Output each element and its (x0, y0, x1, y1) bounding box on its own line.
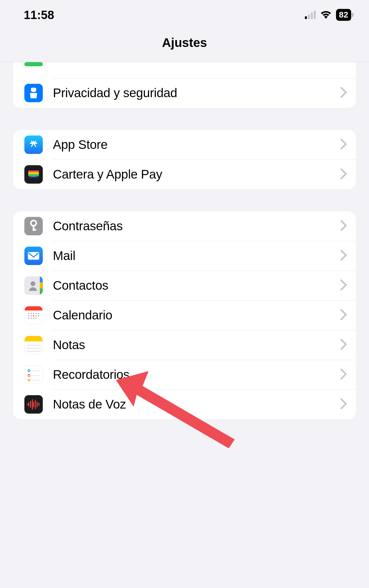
settings-row-appstore[interactable]: App Store (13, 130, 356, 160)
chevron-right-icon (340, 280, 347, 291)
settings-row-contacts[interactable]: Contactos (13, 271, 356, 300)
svg-rect-7 (28, 252, 39, 260)
status-bar: 11:58 82 (0, 0, 369, 27)
passwords-icon (24, 217, 43, 235)
row-label: Notas de Voz (53, 397, 340, 412)
privacy-icon (24, 84, 43, 102)
chevron-right-icon (340, 168, 347, 180)
row-label: Mail (53, 249, 340, 263)
chevron-right-icon (340, 139, 347, 151)
row-label: App Store (53, 138, 340, 152)
settings-row-mail[interactable]: Mail (13, 241, 356, 271)
battery-icon (24, 62, 43, 66)
settings-row-reminders[interactable]: Recordatorios (13, 360, 356, 390)
row-label: Contraseñas (53, 219, 340, 233)
chevron-right-icon (340, 339, 347, 351)
settings-row-voicememos[interactable]: Notas de Voz (13, 390, 356, 419)
row-label: Contactos (53, 278, 340, 293)
settings-row-wallet[interactable]: Cartera y Apple Pay (13, 160, 356, 189)
wallet-icon (24, 165, 43, 184)
voicememos-icon (24, 395, 43, 414)
row-label: Notas (53, 338, 340, 352)
mail-icon (24, 247, 43, 265)
settings-row-battery[interactable] (13, 62, 356, 78)
chevron-right-icon (340, 369, 347, 381)
row-label: Calendario (53, 308, 340, 322)
row-label: Recordatorios (53, 368, 340, 382)
row-label: Cartera y Apple Pay (53, 167, 340, 182)
svg-point-8 (31, 281, 35, 286)
chevron-right-icon (340, 87, 347, 99)
appstore-icon (24, 135, 43, 154)
settings-row-passwords[interactable]: Contraseñas (13, 211, 356, 241)
contacts-icon (24, 276, 43, 295)
svg-rect-6 (33, 229, 36, 231)
settings-group-2: App Store Cartera y Apple Pay (13, 130, 356, 189)
battery-indicator: 82 (336, 9, 351, 21)
row-label: Privacidad y seguridad (53, 86, 340, 100)
calendar-icon (24, 306, 43, 324)
status-right: 82 (305, 9, 351, 21)
chevron-right-icon (340, 250, 347, 262)
settings-row-calendar[interactable]: Calendario (13, 300, 356, 330)
page-title: Ajustes (0, 27, 369, 62)
chevron-right-icon (340, 220, 347, 232)
cellular-signal-icon (305, 11, 316, 19)
wifi-icon (320, 10, 332, 19)
settings-group-3: Contraseñas Mail Contactos Cal (13, 211, 356, 419)
chevron-right-icon (340, 309, 347, 321)
settings-row-privacy[interactable]: Privacidad y seguridad (13, 78, 356, 108)
notes-icon (24, 336, 43, 354)
status-time: 11:58 (24, 8, 54, 22)
chevron-right-icon (340, 398, 347, 410)
reminders-icon (24, 365, 43, 384)
settings-row-notes[interactable]: Notas (13, 330, 356, 360)
settings-group-1: Privacidad y seguridad (13, 62, 356, 108)
